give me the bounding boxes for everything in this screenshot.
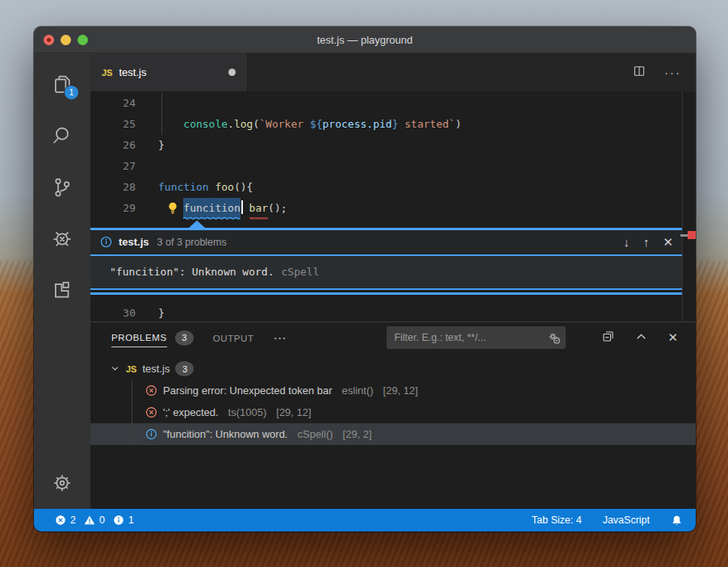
chevron-down-icon[interactable] (110, 363, 120, 374)
problem-source: ts(1005) (228, 406, 267, 418)
search-icon[interactable] (49, 123, 75, 149)
tab-testjs[interactable]: JS test.js (90, 53, 248, 91)
peek-header: test.js 3 of 3 problems ↓ ↑ ✕ (90, 230, 683, 254)
indent-guide (161, 93, 162, 114)
tab-problems[interactable]: PROBLEMS 3 (111, 322, 194, 353)
code-area[interactable]: 2425 console.log(`Worker ${process.pid} … (90, 93, 683, 219)
split-editor-icon[interactable] (632, 64, 646, 82)
info-icon (145, 428, 157, 440)
peek-problem-count: 3 of 3 problems (157, 237, 227, 248)
error-icon (145, 384, 157, 397)
code-token: ) (455, 118, 462, 130)
line-number: 25 (90, 114, 136, 135)
error-icon (145, 406, 157, 418)
tab-size-indicator[interactable]: Tab Size: 4 (532, 514, 582, 526)
panel-more-tabs-icon[interactable]: ⋯ (274, 330, 288, 346)
source-control-icon[interactable] (49, 174, 75, 200)
code-token: . (228, 118, 234, 130)
peek-message-row[interactable]: "funcition": Unknown word. cSpell (90, 256, 683, 288)
tab-output[interactable]: OUTPUT (213, 322, 254, 353)
bottom-panel: PROBLEMS 3 OUTPUT ⋯ (90, 321, 696, 509)
code-token: (); (268, 202, 287, 214)
traffic-lights (34, 35, 88, 45)
error-icon (55, 514, 66, 526)
modified-dot-icon[interactable] (228, 69, 236, 76)
code-line[interactable]: 30} (90, 303, 683, 324)
code-line-30[interactable]: 30} (90, 303, 683, 324)
peek-view: test.js 3 of 3 problems ↓ ↑ ✕ "funcition… (90, 228, 683, 295)
peek-arrow (189, 220, 205, 228)
code-line[interactable]: 29 funcition bar(); (90, 198, 683, 219)
peek-source: cSpell (282, 266, 320, 278)
problem-position: [29, 12] (383, 384, 418, 397)
status-problems-warnings[interactable]: 0 (84, 514, 105, 526)
problem-message: Parsing error: Unexpected token bar (163, 384, 333, 397)
code-token: console (183, 118, 228, 130)
code-token: funcition (183, 198, 240, 219)
problems-file-row[interactable]: JS test.js 3 (90, 358, 696, 380)
lightbulb-icon[interactable] (166, 202, 179, 215)
activity-bar: 1 (34, 53, 90, 509)
previous-problem-icon[interactable]: ↑ (643, 235, 650, 249)
minimize-window-button[interactable] (61, 35, 71, 45)
code-token: (){ (234, 181, 253, 193)
code-token: foo (215, 181, 233, 193)
problems-count-badge: 3 (175, 330, 194, 346)
status-problems-errors[interactable]: 2 (55, 514, 76, 526)
code-token: ${ (310, 118, 323, 130)
peek-message: "funcition": Unknown word. (110, 266, 274, 278)
problems-tree: JS test.js 3 Parsing error: Unexpected t… (90, 358, 696, 445)
overview-ruler[interactable] (682, 91, 696, 321)
code-line[interactable]: 27 (90, 156, 683, 177)
code-line[interactable]: 26} (90, 135, 683, 156)
title-bar[interactable]: test.js — playground (34, 27, 696, 53)
status-problems-infos[interactable]: 1 (113, 514, 134, 526)
maximize-panel-icon[interactable] (634, 330, 648, 346)
editor[interactable]: 2425 console.log(`Worker ${process.pid} … (90, 91, 696, 321)
problems-filter-box[interactable] (387, 326, 566, 349)
tree-indent-guide (132, 380, 132, 445)
code-line[interactable]: 25 console.log(`Worker ${process.pid} st… (90, 114, 683, 135)
indent-guide (161, 114, 162, 135)
tab-label: test.js (119, 66, 146, 78)
code-line[interactable]: 24 (90, 93, 683, 114)
zoom-window-button[interactable] (77, 35, 88, 45)
js-file-icon: JS (126, 364, 136, 374)
language-mode-indicator[interactable]: JavaScript (603, 514, 650, 526)
explorer-badge: 1 (64, 85, 79, 100)
line-number: 30 (90, 303, 136, 324)
peek-close-icon[interactable]: ✕ (663, 235, 673, 250)
peek-filename: test.js (119, 236, 149, 248)
extensions-icon[interactable] (49, 278, 75, 304)
problem-message: ';' expected. (163, 406, 219, 418)
line-number: 28 (90, 177, 136, 198)
problem-row[interactable]: ';' expected.ts(1005)[29, 12] (90, 401, 696, 423)
filter-icon[interactable] (547, 331, 560, 344)
editor-more-actions-icon[interactable]: ··· (664, 65, 681, 79)
line-number: 27 (90, 156, 136, 177)
explorer-icon[interactable]: 1 (49, 71, 75, 97)
tab-bar: JS test.js ··· (90, 53, 696, 91)
close-window-button[interactable] (44, 35, 54, 45)
line-number: 24 (90, 93, 136, 114)
problem-row[interactable]: "funcition": Unknown word.cSpell()[29, 2… (90, 423, 696, 445)
error-marker (688, 231, 696, 239)
code-line[interactable]: 28function foo(){ (90, 177, 683, 198)
collapse-all-icon[interactable] (601, 330, 615, 346)
warning-icon (84, 514, 95, 526)
next-problem-icon[interactable]: ↓ (623, 235, 630, 249)
file-problem-badge: 3 (175, 361, 194, 376)
code-token: started` (398, 118, 454, 130)
problem-row[interactable]: Parsing error: Unexpected token bareslin… (90, 380, 696, 401)
notifications-bell-icon[interactable] (671, 514, 683, 527)
code-token: `Worker (259, 118, 310, 130)
close-panel-icon[interactable]: ✕ (667, 330, 678, 345)
code-token: function (158, 181, 209, 193)
code-token: } (158, 307, 165, 319)
window-title: test.js — playground (34, 34, 696, 46)
problems-filter-input[interactable] (392, 331, 542, 344)
settings-gear-icon[interactable] (49, 470, 75, 496)
code-token: bar (249, 198, 268, 219)
line-number: 26 (90, 135, 136, 156)
debug-icon[interactable] (49, 226, 75, 252)
